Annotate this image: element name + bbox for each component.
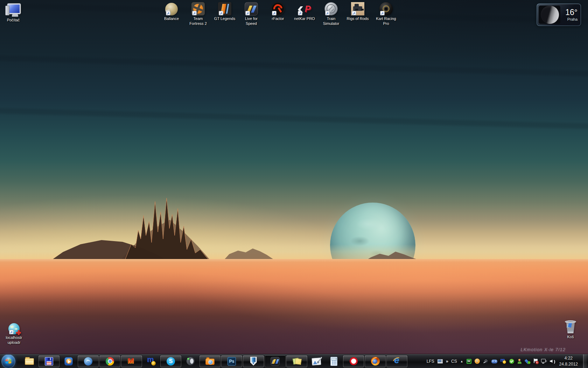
taskbar-button-sticky-notes[interactable] [286, 355, 307, 367]
calculator-icon [330, 357, 337, 366]
mirc-tray-icon[interactable] [500, 359, 506, 364]
gamepad-tray-icon[interactable] [491, 360, 497, 363]
taskbar-clock[interactable]: 4:22 24.8.2012 [559, 355, 578, 367]
action-center-flag-icon[interactable] [533, 359, 538, 364]
toolbar-window-icon[interactable] [438, 359, 443, 363]
desktop-icon-label: GT Legends [214, 16, 235, 21]
wallpaper-signature: LKmotion X-le 7/12 [520, 347, 566, 352]
wallpaper-mountains [49, 195, 294, 262]
opera-icon [350, 357, 358, 365]
taskbar-button-file-manager[interactable] [38, 355, 59, 367]
toolbar-overflow-chevron[interactable]: » [446, 359, 448, 364]
skype-online-tray-icon[interactable] [509, 359, 514, 364]
steam-tray-icon[interactable] [483, 359, 488, 364]
firefox-icon [371, 357, 380, 366]
dropbox-tray-icon[interactable] [525, 359, 530, 364]
shortcut-arrow-icon [192, 11, 197, 15]
moon-phase-icon [539, 6, 560, 24]
media-player-icon [64, 357, 73, 366]
desktop-icon-rigs-of-rods[interactable]: Rigs of Rods [344, 1, 371, 21]
taskbar-button-chrome[interactable] [99, 355, 120, 367]
desktop-icon-computer[interactable]: Počítač [0, 3, 27, 23]
desktop-icon-kart-racing-pro[interactable]: Kart Racing Pro [373, 1, 399, 26]
desktop-icon-gt-legends[interactable]: GT Legends [211, 1, 238, 21]
teamspeak-icon [187, 357, 195, 365]
desktop-icon-recycle-bin[interactable]: Koš [557, 320, 584, 340]
desktop-icon-train-simulator[interactable]: Train Simulator [318, 1, 344, 26]
desktop-icon-label: netKar PRO [294, 16, 315, 21]
desktop-icon-label: Team Fortress 2 [189, 16, 207, 26]
system-tray: LFS » CS ▲ 4:22 24.8.2012 [427, 354, 588, 368]
recycle-bin-icon [565, 320, 576, 334]
shield-badge-icon [250, 357, 257, 366]
red-m-icon [127, 357, 136, 366]
start-button[interactable] [1, 354, 15, 368]
taskbar-button-skype[interactable] [160, 355, 181, 367]
desktop-icon-localhostr-uploadr[interactable]: localhostr uploadr [1, 322, 27, 345]
shortcut-arrow-icon [352, 11, 356, 15]
desktop-icon-label: Ballance [164, 16, 179, 21]
tray-w-app-icon[interactable] [467, 359, 471, 364]
lfs-taskbar-icon [271, 357, 280, 366]
taskbar-button-media-player[interactable] [60, 355, 77, 367]
lfs-toolbar-label[interactable]: LFS [427, 359, 434, 364]
gadget-city: Praha [567, 17, 578, 21]
messenger-contact-tray-icon[interactable] [517, 359, 522, 364]
openoffice-icon [84, 357, 92, 366]
show-desktop-button[interactable] [583, 354, 587, 368]
desktop-icon-label: Train Simulator [323, 16, 339, 26]
photoshop-icon [227, 357, 236, 366]
taskbar-button-m-app[interactable] [121, 355, 142, 367]
desktop-icon-ballance[interactable]: Ballance [158, 1, 185, 21]
desktop-icon-label: rFactor [272, 16, 284, 21]
taskbar-button-live-for-speed[interactable] [265, 355, 286, 367]
internet-explorer-icon [392, 357, 401, 366]
taskbar-button-teamspeak[interactable] [182, 355, 199, 367]
taskbar-button-firefox[interactable] [365, 355, 386, 367]
temperature: 16° [565, 8, 578, 16]
desktop-icon-label: Live for Speed [245, 16, 258, 26]
shortcut-arrow-icon [272, 11, 276, 15]
computer-icon [5, 4, 21, 17]
chrome-icon [106, 357, 114, 366]
shortcut-arrow-icon [166, 11, 170, 15]
clock-date: 24.8.2012 [559, 361, 578, 367]
taskbar-button-opera[interactable] [343, 355, 364, 367]
camera-icon [205, 359, 215, 365]
wallpaper-desert [0, 259, 588, 368]
shortcut-arrow-icon [298, 11, 302, 15]
tray-info-icon[interactable] [475, 359, 480, 364]
desktop-icon-label: Rigs of Rods [347, 16, 369, 21]
desktop-icon-netkar-pro[interactable]: netKar PRO [291, 1, 318, 21]
desktop-icon-team-fortress-2[interactable]: Team Fortress 2 [185, 1, 211, 26]
taskbar-button-mirc[interactable] [143, 355, 160, 367]
floppy-disk-icon [45, 357, 53, 366]
desktop: LKmotion X-le 7/12 Počítač Ballance Team… [0, 0, 588, 368]
desktop-icon-live-for-speed[interactable]: Live for Speed [238, 1, 265, 26]
show-hidden-icons-button[interactable]: ▲ [460, 360, 463, 363]
taskbar-button-openoffice[interactable] [78, 355, 99, 367]
mirc-icon [147, 357, 156, 366]
windows-logo-icon [5, 357, 12, 365]
taskbar-button-photoshop[interactable] [221, 355, 242, 367]
sticky-notes-icon [293, 357, 301, 366]
taskbar-button-internet-explorer[interactable] [386, 355, 407, 367]
volume-tray-icon[interactable] [550, 359, 555, 364]
image-editor-icon [312, 357, 321, 366]
network-tray-icon[interactable] [541, 359, 547, 363]
weather-gadget[interactable]: 16° Praha [537, 4, 581, 26]
explorer-folder-icon [25, 358, 34, 365]
clock-time: 4:22 [559, 355, 578, 361]
shortcut-arrow-icon [325, 11, 330, 15]
language-indicator[interactable]: CS [451, 359, 457, 364]
taskbar-button-image-editor[interactable] [308, 355, 325, 367]
taskbar-button-calculator[interactable] [326, 355, 342, 367]
skype-icon [167, 357, 175, 366]
taskbar-button-screen-capture[interactable] [200, 355, 220, 367]
desktop-icon-rfactor[interactable]: rFactor [265, 1, 291, 21]
desktop-icon-label: Počítač [7, 18, 20, 23]
desktop-icon-label: Kart Racing Pro [376, 16, 396, 26]
taskbar-button-explorer[interactable] [21, 355, 38, 367]
taskbar-button-badge-app[interactable] [243, 355, 264, 367]
taskbar: LFS » CS ▲ 4:22 24.8.2012 [0, 354, 588, 368]
